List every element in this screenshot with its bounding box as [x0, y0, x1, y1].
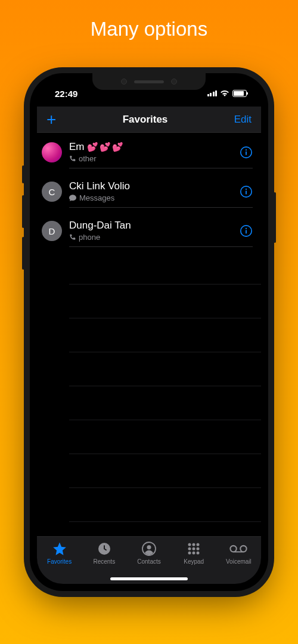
- nav-bar: + Favorites Edit: [37, 107, 261, 133]
- svg-point-12: [188, 543, 191, 546]
- empty-area: [37, 251, 261, 522]
- tab-voicemail[interactable]: Voicemail: [216, 542, 261, 584]
- message-icon: [69, 195, 76, 201]
- tab-favorites[interactable]: Favorites: [37, 542, 82, 584]
- contact-name: Dung-Dai Tan: [69, 220, 131, 232]
- mute-switch: [22, 165, 24, 183]
- wifi-icon: [220, 90, 229, 97]
- svg-point-11: [147, 545, 151, 549]
- favorite-row[interactable]: D Dung-Dai Tan phone: [37, 211, 261, 251]
- info-button[interactable]: [240, 224, 253, 237]
- info-button[interactable]: [240, 146, 253, 159]
- svg-point-22: [241, 546, 247, 552]
- svg-rect-2: [246, 151, 247, 155]
- svg-rect-5: [246, 190, 247, 194]
- svg-point-19: [193, 552, 195, 555]
- phone-icon: [69, 155, 76, 162]
- svg-point-15: [188, 548, 191, 551]
- svg-point-16: [193, 548, 195, 551]
- add-button[interactable]: +: [46, 111, 56, 128]
- svg-point-18: [188, 552, 191, 555]
- avatar: C: [42, 182, 62, 202]
- svg-point-21: [231, 546, 237, 552]
- svg-point-20: [197, 552, 200, 555]
- svg-point-7: [246, 227, 247, 229]
- favorites-list[interactable]: Em💕💕💕 other C Cki Link Volio Messages D …: [37, 133, 261, 536]
- tab-label: Recents: [93, 558, 115, 565]
- svg-point-1: [246, 149, 247, 150]
- home-indicator[interactable]: [110, 577, 188, 580]
- power-button: [274, 192, 276, 243]
- battery-icon: [232, 90, 247, 97]
- screen: 22:49 + Favorites Edit Em💕💕💕 other: [37, 80, 261, 584]
- favorite-row[interactable]: Em💕💕💕 other: [37, 133, 261, 172]
- volume-down: [22, 237, 24, 270]
- star-icon: [52, 542, 67, 556]
- tab-bar: Favorites Recents Contacts Keypad Voicem…: [37, 536, 261, 584]
- tab-label: Voicemail: [226, 558, 252, 565]
- notch: [92, 73, 206, 90]
- svg-point-13: [193, 543, 195, 546]
- nav-title: Favorites: [123, 114, 168, 126]
- phone-icon: [69, 234, 76, 240]
- volume-up: [22, 195, 24, 228]
- svg-point-14: [197, 543, 200, 546]
- contact-name: Em💕💕💕: [69, 141, 125, 153]
- contact-subtext: Messages: [69, 193, 130, 202]
- info-button[interactable]: [240, 185, 253, 198]
- tab-label: Contacts: [137, 558, 160, 565]
- svg-point-17: [197, 548, 200, 551]
- contact-subtext: phone: [69, 233, 131, 242]
- contact-name: Cki Link Volio: [69, 180, 130, 192]
- status-time: 22:49: [49, 89, 77, 99]
- signal-icon: [207, 90, 218, 96]
- contact-icon: [142, 542, 156, 556]
- edit-button[interactable]: Edit: [234, 114, 252, 126]
- clock-icon: [97, 542, 111, 556]
- favorite-row[interactable]: C Cki Link Volio Messages: [37, 172, 261, 211]
- tab-label: Favorites: [47, 558, 72, 565]
- tab-label: Keypad: [184, 558, 204, 565]
- phone-mockup: 22:49 + Favorites Edit Em💕💕💕 other: [30, 73, 268, 591]
- hearts-icon: 💕💕💕: [87, 142, 125, 152]
- svg-point-4: [246, 188, 247, 189]
- avatar: D: [42, 221, 62, 241]
- contact-subtext: other: [69, 154, 125, 163]
- keypad-icon: [187, 542, 201, 556]
- avatar: [42, 142, 62, 162]
- svg-rect-8: [246, 230, 247, 233]
- promo-title: Many options: [0, 0, 298, 40]
- voicemail-icon: [229, 542, 247, 556]
